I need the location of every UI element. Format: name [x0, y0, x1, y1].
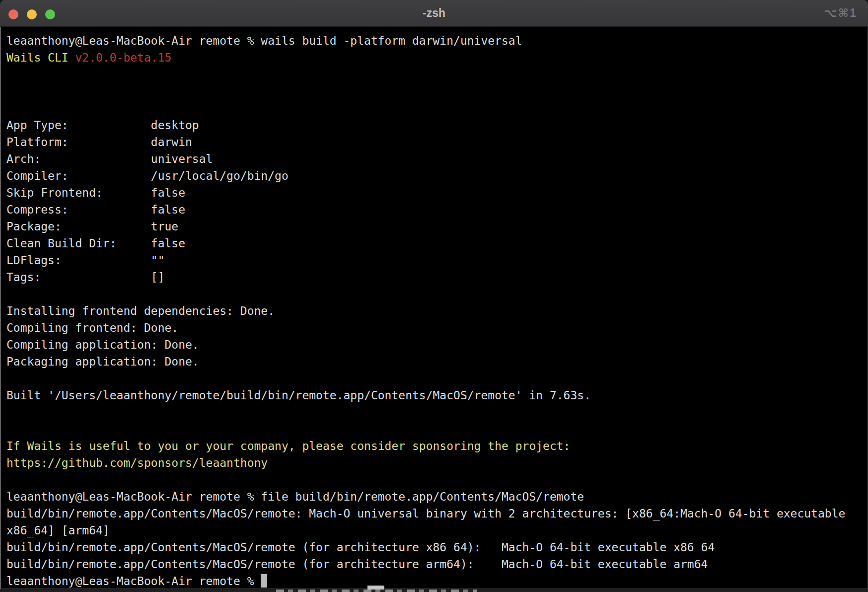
terminal-line: Platform: darwin	[6, 134, 868, 150]
zoom-button[interactable]	[45, 9, 55, 19]
text-segment: Skip Frontend: false	[6, 186, 185, 199]
window-titlebar[interactable]: -zsh ⌥⌘1	[0, 0, 868, 27]
terminal-line: Arch: universal	[6, 150, 868, 167]
terminal-line: Installing frontend dependencies: Done.	[6, 302, 868, 319]
terminal-line: https://github.com/sponsors/leaanthony	[6, 454, 868, 471]
terminal-line	[6, 370, 868, 387]
terminal-window: -zsh ⌥⌘1 leaanthony@Leas-MacBook-Air rem…	[0, 0, 868, 589]
text-segment: leaanthony@Leas-MacBook-Air remote %	[6, 575, 261, 588]
terminal-line	[6, 421, 868, 438]
terminal-line: Packaging application: Done.	[6, 353, 868, 370]
terminal-line: If Wails is useful to you or your compan…	[6, 438, 868, 454]
terminal-line: Skip Frontend: false	[6, 184, 868, 201]
text-segment: If Wails is useful to you or your compan…	[6, 440, 570, 452]
terminal-line: build/bin/remote.app/Contents/MacOS/remo…	[6, 505, 868, 522]
text-segment: leaanthony@Leas-MacBook-Air remote % wai…	[6, 34, 522, 47]
text-segment: Compiling frontend: Done.	[6, 321, 178, 334]
background-window-fragment	[367, 586, 384, 590]
terminal-line: leaanthony@Leas-MacBook-Air remote %	[6, 573, 868, 589]
terminal-line: leaanthony@Leas-MacBook-Air remote % wai…	[6, 32, 868, 49]
text-segment: Arch: universal	[6, 152, 213, 165]
terminal-line: Built '/Users/leaanthony/remote/build/bi…	[6, 387, 868, 404]
text-segment: build/bin/remote.app/Contents/MacOS/remo…	[6, 507, 845, 520]
text-segment: Platform: darwin	[6, 136, 192, 148]
window-shortcut-badge: ⌥⌘1	[824, 6, 857, 20]
terminal-content[interactable]: leaanthony@Leas-MacBook-Air remote % wai…	[0, 27, 868, 589]
text-segment: LDFlags: ""	[6, 254, 165, 267]
window-title: -zsh	[423, 6, 445, 20]
text-segment: https://github.com/sponsors/leaanthony	[6, 456, 268, 469]
terminal-line: Clean Build Dir: false	[6, 235, 868, 252]
text-segment: Installing frontend dependencies: Done.	[6, 304, 275, 317]
terminal-line: Compiler: /usr/local/go/bin/go	[6, 167, 868, 184]
terminal-line	[6, 66, 868, 83]
terminal-line: build/bin/remote.app/Contents/MacOS/remo…	[6, 539, 868, 556]
close-button[interactable]	[8, 9, 18, 19]
background-window-strip	[0, 589, 868, 592]
text-segment: Package: true	[6, 220, 178, 233]
terminal-line	[6, 100, 868, 117]
text-segment: v2.0.0-beta.15	[75, 51, 171, 64]
terminal-line: LDFlags: ""	[6, 252, 868, 269]
text-segment: Packaging application: Done.	[6, 355, 199, 368]
terminal-line	[6, 286, 868, 302]
text-segment: Wails CLI	[6, 51, 75, 64]
text-segment: leaanthony@Leas-MacBook-Air remote % fil…	[6, 490, 584, 503]
text-segment: Tags: []	[6, 271, 165, 284]
terminal-line: Compiling application: Done.	[6, 336, 868, 353]
terminal-line: Compress: false	[6, 201, 868, 218]
terminal-line: Tags: []	[6, 269, 868, 286]
terminal-line: build/bin/remote.app/Contents/MacOS/remo…	[6, 556, 868, 573]
terminal-line: x86_64] [arm64]	[6, 522, 868, 539]
text-segment: x86_64] [arm64]	[6, 524, 110, 537]
terminal-line: Compiling frontend: Done.	[6, 319, 868, 336]
text-segment: build/bin/remote.app/Contents/MacOS/remo…	[6, 541, 715, 554]
text-segment: Built '/Users/leaanthony/remote/build/bi…	[6, 389, 591, 402]
text-segment: Clean Build Dir: false	[6, 237, 185, 250]
text-segment: Compiling application: Done.	[6, 338, 199, 351]
terminal-line	[6, 404, 868, 421]
text-segment: build/bin/remote.app/Contents/MacOS/remo…	[6, 558, 708, 571]
terminal-line	[6, 83, 868, 100]
traffic-lights	[8, 9, 55, 19]
text-segment: App Type: desktop	[6, 119, 199, 132]
terminal-line: Wails CLI v2.0.0-beta.15	[6, 49, 868, 66]
terminal-line: App Type: desktop	[6, 117, 868, 134]
minimize-button[interactable]	[27, 9, 37, 19]
text-segment: Compiler: /usr/local/go/bin/go	[6, 169, 289, 182]
terminal-line: Package: true	[6, 218, 868, 235]
text-segment: Compress: false	[6, 203, 185, 216]
terminal-line	[6, 471, 868, 488]
terminal-line: leaanthony@Leas-MacBook-Air remote % fil…	[6, 488, 868, 505]
background-window-text-fragment	[276, 590, 477, 592]
text-cursor	[261, 574, 267, 588]
